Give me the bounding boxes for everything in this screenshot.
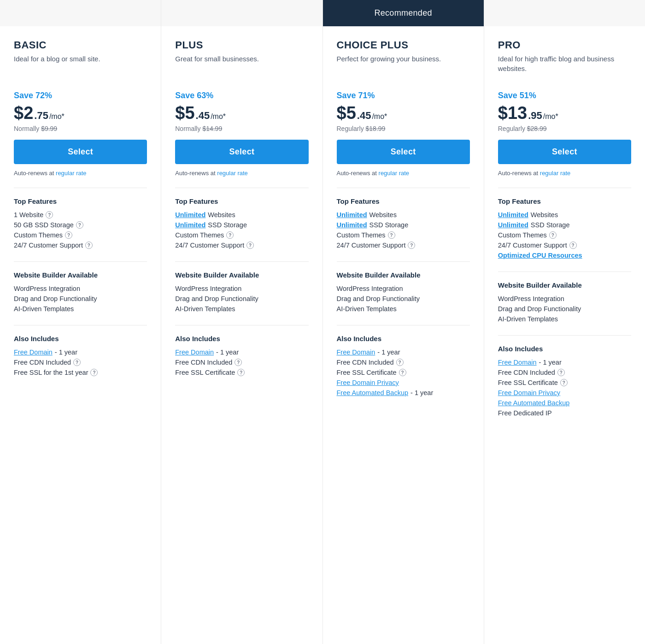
builder-feature-item: WordPress Integration (498, 294, 631, 304)
plan-name: CHOICE PLUS (337, 39, 470, 51)
price-whole: $5 (337, 103, 356, 123)
feature-item: 24/7 Customer Support? (14, 240, 147, 250)
info-icon[interactable]: ? (549, 231, 557, 239)
top-features-title: Top Features (175, 197, 308, 205)
info-icon[interactable]: ? (408, 242, 415, 249)
builder-feature-item: Drag and Drop Functionality (175, 294, 308, 304)
divider (498, 272, 631, 272)
regular-rate-link[interactable]: regular rate (217, 170, 247, 177)
also-feature-link[interactable]: Free Domain (14, 349, 53, 356)
also-feature-item: Free CDN Included? (498, 367, 631, 378)
regular-rate-link[interactable]: regular rate (379, 170, 409, 177)
regular-rate-link[interactable]: regular rate (56, 170, 86, 177)
select-button-choice-plus[interactable]: Select (337, 140, 470, 164)
info-icon[interactable]: ? (237, 369, 245, 376)
feature-item: 24/7 Customer Support? (498, 240, 631, 250)
also-feature-link[interactable]: Free Domain (337, 349, 375, 356)
price-whole: $5 (175, 103, 194, 123)
plan-desc: Perfect for growing your business. (337, 54, 470, 82)
builder-feature-item: AI-Driven Templates (498, 314, 631, 324)
top-features-list: 1 Website?50 GB SSD Storage?Custom Theme… (14, 210, 147, 250)
pricing-table: BASICIdeal for a blog or small site.Save… (0, 0, 645, 644)
plan-name: BASIC (14, 39, 147, 51)
builder-feature-item: Drag and Drop Functionality (14, 294, 147, 304)
also-includes-title: Also Includes (498, 345, 631, 353)
builder-features-list: WordPress IntegrationDrag and Drop Funct… (14, 284, 147, 314)
also-feature-link[interactable]: Free Domain Privacy (498, 389, 560, 396)
also-feature-item: Free Automated Backup (498, 398, 631, 408)
divider (175, 188, 308, 188)
info-icon[interactable]: ? (246, 242, 254, 249)
regular-rate-link[interactable]: regular rate (540, 170, 570, 177)
feature-item: 24/7 Customer Support? (337, 240, 470, 250)
select-button-pro[interactable]: Select (498, 140, 631, 164)
save-badge: Save 72% (14, 91, 147, 100)
info-icon[interactable]: ? (388, 231, 395, 239)
top-features-title: Top Features (498, 197, 631, 205)
feature-item: Custom Themes? (337, 230, 470, 240)
price-normal: Regularly $28.99 (498, 125, 631, 132)
builder-feature-item: AI-Driven Templates (337, 304, 470, 314)
divider (337, 261, 470, 262)
no-banner-spacer (161, 0, 322, 26)
info-icon[interactable]: ? (73, 359, 81, 366)
info-icon[interactable]: ? (560, 379, 568, 386)
feature-item: Unlimited SSD Storage (175, 220, 308, 230)
select-button-basic[interactable]: Select (14, 140, 147, 164)
feature-item: Optimized CPU Resources (498, 250, 631, 260)
save-badge: Save 51% (498, 91, 631, 100)
divider (337, 188, 470, 188)
also-feature-link[interactable]: Free Domain Privacy (337, 379, 399, 386)
also-feature-link[interactable]: Free Domain (175, 349, 214, 356)
builder-features-list: WordPress IntegrationDrag and Drop Funct… (498, 294, 631, 324)
info-icon[interactable]: ? (235, 359, 242, 366)
info-icon[interactable]: ? (569, 242, 577, 249)
divider (175, 261, 308, 262)
info-icon[interactable]: ? (557, 369, 565, 376)
plan-name: PLUS (175, 39, 308, 51)
info-icon[interactable]: ? (226, 231, 234, 239)
also-includes-list: Free Domain - 1 yearFree CDN Included?Fr… (14, 347, 147, 378)
info-icon[interactable]: ? (65, 231, 72, 239)
also-feature-link[interactable]: Free Automated Backup (337, 389, 409, 396)
feature-item: 24/7 Customer Support? (175, 240, 308, 250)
no-banner-spacer (0, 0, 161, 26)
feature-item: 1 Website? (14, 210, 147, 220)
info-icon[interactable]: ? (46, 211, 53, 219)
builder-title: Website Builder Available (175, 271, 308, 279)
plan-desc: Great for small businesses. (175, 54, 308, 82)
plan-desc: Ideal for high traffic blog and business… (498, 54, 631, 82)
info-icon[interactable]: ? (85, 242, 93, 249)
price-period: /mo* (543, 112, 558, 121)
builder-feature-item: WordPress Integration (14, 284, 147, 294)
auto-renew-text: Auto-renews at regular rate (337, 170, 470, 177)
info-icon[interactable]: ? (76, 221, 83, 229)
plan-body: PROIdeal for high traffic blog and busin… (484, 26, 645, 443)
price-frac: .45 (357, 110, 371, 122)
feature-item: Unlimited Websites (175, 210, 308, 220)
plan-body: PLUSGreat for small businesses.Save 63%$… (161, 26, 322, 402)
info-icon[interactable]: ? (399, 369, 406, 376)
feature-item: Unlimited Websites (498, 210, 631, 220)
also-feature-link[interactable]: Free Domain (498, 359, 537, 366)
price-period: /mo* (372, 112, 387, 121)
also-feature-item: Free Dedicated IP (498, 408, 631, 418)
price-normal: Regularly $18.99 (337, 125, 470, 132)
builder-features-list: WordPress IntegrationDrag and Drop Funct… (337, 284, 470, 314)
also-feature-item: Free Domain Privacy (498, 388, 631, 398)
top-features-title: Top Features (337, 197, 470, 205)
builder-feature-item: Drag and Drop Functionality (337, 294, 470, 304)
also-feature-link[interactable]: Free Automated Backup (498, 399, 570, 407)
info-icon[interactable]: ? (90, 369, 98, 376)
feature-item: 50 GB SSD Storage? (14, 220, 147, 230)
builder-feature-item: WordPress Integration (337, 284, 470, 294)
price-normal: Normally $14.99 (175, 125, 308, 132)
divider (14, 188, 147, 188)
plan-desc: Ideal for a blog or small site. (14, 54, 147, 82)
also-feature-item: Free SSL for the 1st year? (14, 367, 147, 378)
select-button-plus[interactable]: Select (175, 140, 308, 164)
price-whole: $2 (14, 103, 33, 123)
also-includes-title: Also Includes (175, 335, 308, 343)
info-icon[interactable]: ? (396, 359, 404, 366)
price-frac: .45 (196, 110, 210, 122)
